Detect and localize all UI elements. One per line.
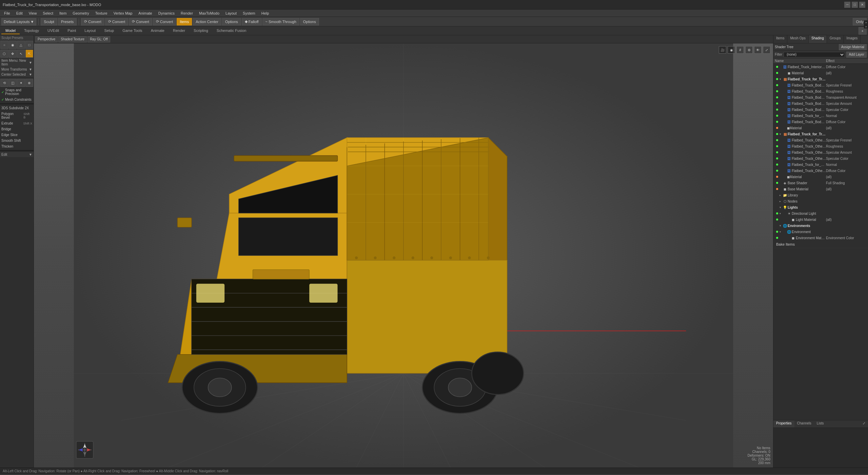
tool-sphere[interactable]: ◉ [9,41,17,49]
shader-row-o7[interactable]: ◼ Material (all) [773,174,868,180]
shader-row-body4[interactable]: 🖼 Flatbed_Truck_Body_Specular Specular A… [773,100,868,107]
menu-geometry[interactable]: Geometry [70,11,92,16]
more-transforms-header[interactable]: More Transforms ▼ [0,67,34,72]
shader-row-environment[interactable]: ▾ 🌐 Environment [773,229,868,235]
shader-row-body-mat[interactable]: ▾ ▤ Flatbed_Truck_for_Transportation_Bod… [773,76,868,82]
options1-button[interactable]: Options [222,18,241,25]
tool-move[interactable]: ⇱ [25,50,34,58]
shader-row-o3[interactable]: 🖼 Flatbed_Truck_Other_Specular Specular … [773,149,868,155]
convert2-button[interactable]: ⟳ Convert [105,18,129,25]
shader-row-env-mat[interactable]: ◼ Environment Material Environment Color [773,235,868,241]
tool-circle[interactable]: ○ [0,41,8,49]
shader-row-o1[interactable]: 🖼 Flatbed_Truck_Other_Fresnel Specular F… [773,137,868,143]
bridge-item[interactable]: Bridge [0,126,34,132]
mesh-constraints-item[interactable]: ✓ Mesh Constraints [0,97,34,102]
sculpt-button[interactable]: Sculpt [41,18,57,25]
menu-item[interactable]: Item [57,11,69,16]
items-button[interactable]: Items [177,18,192,25]
tab-animate[interactable]: Animate [147,27,169,34]
shader-row-body7[interactable]: 🖼 Flatbed_Truck_Body_Diffuse Diffuse Col… [773,119,868,125]
convert1-button[interactable]: ⟳ Convert [81,18,104,25]
options2-button[interactable]: Options [300,18,319,25]
menu-select[interactable]: Select [40,11,56,16]
menu-view[interactable]: View [26,11,40,16]
menu-help[interactable]: Help [259,11,272,16]
tab-gametools[interactable]: Game Tools [118,27,146,34]
shader-row-dir-light[interactable]: ▾ ☀ Directional Light [773,210,868,216]
extrude-item[interactable]: Extrude Shift X [0,120,34,126]
convert3-button[interactable]: ⟳ Convert [129,18,152,25]
vp-icon-eye[interactable]: 👁 [754,46,762,54]
menu-edit[interactable]: Edit [14,11,25,16]
shader-row-o4[interactable]: 🖼 Flatbed_Truck_Other_Specular Specular … [773,155,868,162]
tool-triangle[interactable]: △ [17,41,25,49]
tab-topology[interactable]: Topology [20,27,43,34]
menu-layout[interactable]: Layout [223,11,239,16]
shader-row-body1[interactable]: 🖼 Flatbed_Truck_Body_Fresnel Specular Fr… [773,82,868,88]
smooth-shift-item[interactable]: Smooth Shift [0,138,34,144]
menu-system[interactable]: System [240,11,258,16]
center-selected-header[interactable]: Center Selected ▼ [0,72,34,77]
add-layer-button[interactable]: Add Layer [846,52,867,58]
tab-uvedit[interactable]: UVEdit [43,27,63,34]
menu-render[interactable]: Render [178,11,196,16]
falloff-button[interactable]: ◆ Falloff [242,18,262,25]
shader-row-1[interactable]: ◼ Material (all) [773,70,868,76]
shader-row-body3[interactable]: 🖼 Flatbed_Truck_Body_Refraction Transpar… [773,94,868,100]
action-center-button[interactable]: Action Center [193,18,221,25]
tool-small1[interactable]: ⟲ [0,79,8,87]
rp-tab-images[interactable]: Images [844,35,861,43]
tool-rect[interactable]: □ [25,41,34,49]
rp-tab-groups[interactable]: Groups [827,35,844,43]
shader-row-body8[interactable]: ◼ Material (all) [773,125,868,131]
assign-material-button[interactable]: Assign Material [839,44,867,50]
thicken-item[interactable]: Thicken [0,144,34,149]
close-button[interactable]: ✕ [859,2,865,8]
tab-scripting[interactable]: Scripting [190,27,212,34]
sds-subdivide-item[interactable]: 3DS Subdivide 2X [0,105,34,111]
menu-vertexmap[interactable]: Vertex Map [111,11,135,16]
shader-row-nodes[interactable]: ▸ ⬡ Nodes [773,198,868,204]
convert4-button[interactable]: ⟳ Convert [153,18,176,25]
rp-tab-meshops[interactable]: Mesh Ops [787,35,809,43]
shader-row-o2[interactable]: 🖼 Flatbed_Truck_Other_Glossiness Roughne… [773,143,868,149]
rp-tab-items[interactable]: Items [773,35,787,43]
shader-row-body6[interactable]: 🖼 Flatbed_Truck_for_Transportation_Body_… [773,113,868,119]
menu-dynamics[interactable]: Dynamics [156,11,177,16]
tab-render[interactable]: Render [169,27,189,34]
tab-setup[interactable]: Setup [100,27,118,34]
maximize-button[interactable]: □ [852,2,858,8]
shader-row-library[interactable]: ▸ 📁 Library [773,192,868,198]
filter-select[interactable]: (none) [784,52,845,57]
shader-row-lights[interactable]: ▾ 💡 Lights [773,204,868,210]
tool-paint[interactable]: ⬡ [0,50,8,58]
edit-header[interactable]: Edit ▼ [0,152,34,157]
menu-texture[interactable]: Texture [93,11,110,16]
shader-row-other-mat[interactable]: ▾ ▤ Flatbed_Truck_for_Transportation_Oth… [773,131,868,137]
tool-grab[interactable]: ✥ [9,50,17,58]
ray-gl-button[interactable]: Ray GL: Off [87,36,110,42]
rp-bottom-tab-channels[interactable]: Channels [794,420,814,428]
presets-button[interactable]: Presets [58,18,77,25]
rp-bottom-tab-lists[interactable]: Lists [814,420,827,428]
smooth-through-button[interactable]: ~ Smooth Through [262,18,299,25]
tab-schematic-fusion[interactable]: Schematic Fusion [213,27,250,34]
rp-bottom-expand-btn[interactable]: ⤢ [860,420,868,428]
tab-paint[interactable]: Paint [63,27,80,34]
polygon-bevel-item[interactable]: Polygon Bevel Shift B [0,111,34,120]
shader-row-base-shader[interactable]: ◈ Base Shader Full Shading [773,180,868,186]
shader-row-o5[interactable]: 🖼 Flatbed_Truck_for_Transportation_Other… [773,162,868,168]
tab-layout[interactable]: Layout [80,27,100,34]
vp-icon-settings[interactable]: ⚙ [745,46,753,54]
rp-tab-shading[interactable]: Shading [809,35,827,43]
tool-small3[interactable]: ✦ [17,79,25,87]
menu-maxtomodo[interactable]: MaxToModo [196,11,222,16]
vp-icon-camera[interactable]: 🎥 [719,46,726,54]
edge-slice-item[interactable]: Edge Slice [0,132,34,138]
vp-icon-grid[interactable]: # [736,46,744,54]
shaded-texture-button[interactable]: Shaded Texture [58,36,87,42]
tool-small2[interactable]: ◫ [9,79,17,87]
shader-row-body5[interactable]: 🖼 Flatbed_Truck_Body_Specular Specular C… [773,107,868,113]
tool-small4[interactable]: ⊕ [25,79,34,87]
menu-file[interactable]: File [1,11,13,16]
